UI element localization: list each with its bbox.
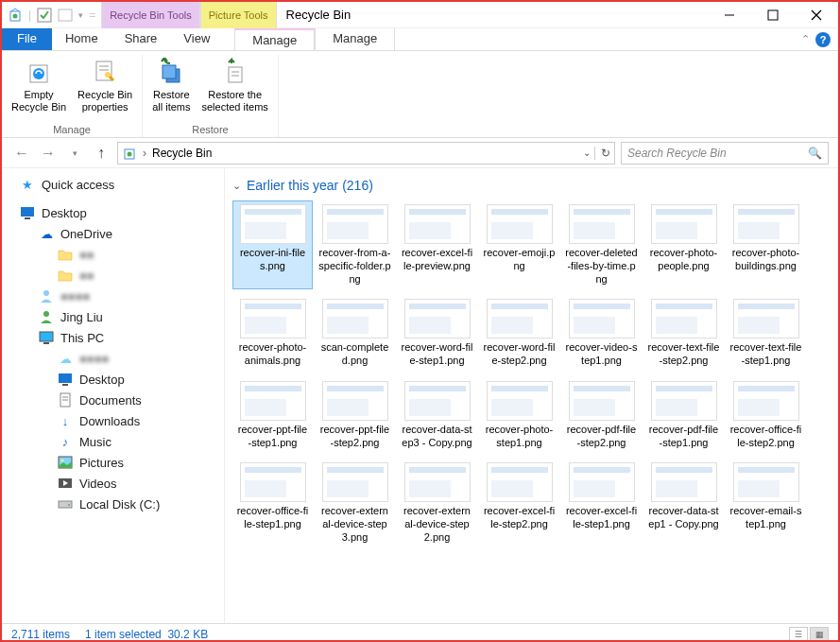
empty-recycle-bin-button[interactable]: Empty Recycle Bin xyxy=(6,55,72,124)
manage-tab-recycle-bin[interactable]: Manage xyxy=(234,28,315,50)
file-item[interactable]: recover-pdf-file-step2.png xyxy=(561,377,642,454)
file-thumbnail xyxy=(569,462,635,502)
file-item[interactable]: recover-video-step1.png xyxy=(561,295,642,372)
tree-item-music[interactable]: ♪ Music xyxy=(2,431,224,452)
file-name-label: recover-word-file-step2.png xyxy=(483,341,556,368)
search-input[interactable]: Search Recycle Bin 🔍 xyxy=(621,142,829,165)
tree-item[interactable]: ■■■■ xyxy=(2,286,224,306)
thumbnails-view-button[interactable]: ▦ xyxy=(810,627,829,642)
share-tab[interactable]: Share xyxy=(111,28,171,50)
recycle-bin-properties-button[interactable]: Recycle Bin properties xyxy=(72,55,138,124)
file-item[interactable]: recover-email-step1.png xyxy=(726,459,806,547)
file-item[interactable]: recover-external-device-step2.png xyxy=(397,459,477,547)
file-item[interactable]: recover-word-file-step2.png xyxy=(479,295,559,372)
file-name-label: recover-ini-files.png xyxy=(236,247,309,273)
address-dropdown-icon[interactable]: ⌄ xyxy=(583,147,591,158)
tree-item[interactable]: ☁ ■■■■ xyxy=(2,348,224,369)
tree-item-downloads[interactable]: ↓ Downloads xyxy=(2,410,224,431)
desktop-icon xyxy=(57,372,74,387)
tree-item-onedrive[interactable]: ☁ OneDrive xyxy=(2,223,224,244)
file-name-label: recover-external-device-step3.png xyxy=(318,505,391,544)
file-item[interactable]: recover-excel-file-preview.png xyxy=(397,200,477,289)
file-item[interactable]: recover-photo-people.png xyxy=(643,200,724,289)
file-item[interactable]: recover-text-file-step1.png xyxy=(726,295,806,372)
forward-button[interactable]: → xyxy=(38,143,59,164)
tree-label: OneDrive xyxy=(60,227,112,241)
tree-item-documents[interactable]: Documents xyxy=(2,390,224,410)
svg-point-1 xyxy=(13,13,18,18)
file-item[interactable]: recover-from-a-specific-folder.png xyxy=(315,200,395,289)
refresh-button[interactable]: ↻ xyxy=(594,147,610,160)
help-icon[interactable]: ? xyxy=(815,32,831,47)
file-item[interactable]: recover-ini-files.png xyxy=(232,200,313,289)
group-header[interactable]: ⌄ Earlier this year (216) xyxy=(232,174,831,200)
search-icon[interactable]: 🔍 xyxy=(808,147,822,160)
qat-dropdown-icon[interactable]: ▾ xyxy=(78,10,83,20)
details-view-button[interactable]: ☰ xyxy=(789,627,808,642)
back-button[interactable]: ← xyxy=(11,143,32,164)
tree-item-local-disk[interactable]: Local Disk (C:) xyxy=(2,494,224,514)
restore-all-icon xyxy=(156,57,186,87)
svg-rect-25 xyxy=(40,332,53,341)
file-thumbnail xyxy=(322,381,388,421)
properties-checkbox-icon[interactable] xyxy=(37,8,52,23)
file-item[interactable]: recover-word-file-step1.png xyxy=(397,295,477,372)
view-tab[interactable]: View xyxy=(170,28,223,50)
manage-tab-picture[interactable]: Manage xyxy=(315,28,395,50)
file-item[interactable]: recover-photo-buildings.png xyxy=(726,200,806,289)
tree-item-user[interactable]: Jing Liu xyxy=(2,306,224,327)
file-item[interactable]: recover-excel-file-step1.png xyxy=(561,459,642,547)
file-thumbnail xyxy=(240,204,306,244)
file-thumbnail xyxy=(733,462,799,502)
tree-item-videos[interactable]: Videos xyxy=(2,473,224,494)
recent-locations-dropdown[interactable]: ▾ xyxy=(64,143,85,164)
file-item[interactable]: scan-completed.png xyxy=(315,295,395,372)
close-button[interactable] xyxy=(795,2,838,28)
file-tab[interactable]: File xyxy=(2,28,52,50)
file-item[interactable]: recover-office-file-step1.png xyxy=(232,459,313,547)
file-item[interactable]: recover-excel-file-step2.png xyxy=(479,459,559,547)
file-item[interactable]: recover-ppt-file-step1.png xyxy=(232,377,313,454)
file-item[interactable]: recover-data-step3 - Copy.png xyxy=(397,377,477,454)
breadcrumb-item[interactable]: Recycle Bin xyxy=(152,147,212,160)
tree-item[interactable]: ■■ xyxy=(2,244,224,265)
status-item-count: 2,711 items xyxy=(11,628,70,641)
maximize-button[interactable] xyxy=(751,2,795,28)
contextual-tab-picture-tools[interactable]: Picture Tools xyxy=(200,2,277,28)
tree-label: Desktop xyxy=(79,373,125,387)
minimize-button[interactable] xyxy=(708,2,751,28)
new-folder-icon[interactable] xyxy=(58,8,73,23)
file-item[interactable]: recover-photo-step1.png xyxy=(479,377,559,454)
restore-all-items-button[interactable]: Restore all items xyxy=(146,55,196,124)
address-bar[interactable]: › Recycle Bin ⌄ ↻ xyxy=(117,142,615,165)
tree-item-this-pc[interactable]: This PC xyxy=(2,327,224,348)
tree-item-desktop[interactable]: Desktop xyxy=(2,369,224,390)
file-list-pane[interactable]: ⌄ Earlier this year (216) recover-ini-fi… xyxy=(225,168,838,623)
tree-item-desktop[interactable]: Desktop xyxy=(2,202,224,223)
contextual-tab-recycle-bin-tools[interactable]: Recycle Bin Tools xyxy=(101,2,200,28)
navigation-pane[interactable]: ★ Quick access Desktop ☁ OneDrive ■■ ■■ … xyxy=(2,168,225,623)
up-button[interactable]: ↑ xyxy=(91,143,111,164)
ribbon-collapse-chevron-icon[interactable]: ⌃ xyxy=(801,33,810,45)
restore-selected-items-button[interactable]: Restore the selected items xyxy=(197,55,274,124)
tree-item[interactable]: ■■ xyxy=(2,265,224,286)
file-item[interactable]: recover-text-file-step2.png xyxy=(643,295,724,372)
file-item[interactable]: recover-office-file-step2.png xyxy=(726,377,806,454)
tree-item-pictures[interactable]: Pictures xyxy=(2,452,224,473)
tree-label: ■■■■ xyxy=(60,289,90,304)
file-item[interactable]: recover-photo-animals.png xyxy=(232,295,313,372)
breadcrumb-separator-icon[interactable]: › xyxy=(143,147,146,160)
svg-rect-22 xyxy=(25,217,30,219)
tree-item-quick-access[interactable]: ★ Quick access xyxy=(2,174,224,195)
tree-label: Jing Liu xyxy=(60,310,103,324)
file-item[interactable]: recover-ppt-file-step2.png xyxy=(315,377,395,454)
file-item[interactable]: recover-emoji.png xyxy=(479,200,559,289)
file-item[interactable]: recover-deleted-files-by-time.png xyxy=(561,200,642,289)
chevron-down-icon[interactable]: ⌄ xyxy=(232,180,241,192)
status-bar: 2,711 items 1 item selected 30.2 KB ☰ ▦ xyxy=(2,623,838,642)
home-tab[interactable]: Home xyxy=(52,28,111,50)
file-item[interactable]: recover-external-device-step3.png xyxy=(315,459,395,547)
file-item[interactable]: recover-data-step1 - Copy.png xyxy=(643,459,724,547)
group-label: Earlier this year (216) xyxy=(247,178,373,193)
file-item[interactable]: recover-pdf-file-step1.png xyxy=(643,377,724,454)
